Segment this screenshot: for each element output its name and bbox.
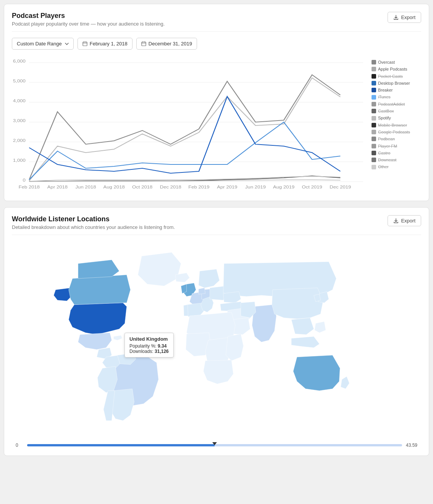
legend-item[interactable]: CastBox — [372, 108, 421, 114]
country-mexico[interactable] — [78, 333, 111, 349]
legend-color-box — [372, 144, 376, 148]
svg-text:Jun 2019: Jun 2019 — [245, 185, 266, 190]
country-south-africa[interactable] — [204, 360, 233, 384]
legend-item[interactable]: Pocket Casts — [372, 74, 421, 79]
legend-item[interactable]: Overcast — [372, 60, 421, 65]
slider-min-label: 0 — [16, 443, 23, 448]
legend-label: Breaker — [378, 87, 393, 93]
legend-item[interactable]: Castro — [372, 150, 421, 156]
podcast-players-subtitle: Podcast player popularity over time — ho… — [12, 21, 165, 27]
tooltip-popularity: Popularity %: 9.34 — [129, 343, 169, 349]
date-range-label: Custom Date Range — [17, 41, 62, 47]
legend-item[interactable]: PodcastAddict — [372, 101, 421, 107]
legend-item[interactable]: Google Podcasts — [372, 129, 421, 135]
svg-text:5,000: 5,000 — [13, 79, 26, 84]
legend-color-box — [372, 95, 376, 100]
country-usa[interactable] — [69, 303, 127, 335]
legend-item[interactable]: iTunes — [372, 94, 421, 100]
svg-text:6,000: 6,000 — [13, 59, 26, 64]
country-canada-islands[interactable] — [78, 260, 119, 279]
legend-label: PodcastAddict — [378, 101, 405, 107]
legend-item[interactable]: Downcast — [372, 157, 421, 163]
svg-rect-1 — [142, 42, 146, 46]
export-icon — [393, 15, 399, 20]
tooltip-popularity-value: 9.34 — [158, 343, 166, 349]
country-nz[interactable] — [341, 377, 349, 389]
legend-label: Apple Podcasts — [378, 66, 407, 72]
legend-item[interactable]: Apple Podcasts — [372, 66, 421, 72]
svg-text:Apr 2019: Apr 2019 — [217, 185, 238, 190]
tooltip-popularity-label: Popularity %: — [129, 343, 157, 349]
slider-thumb[interactable] — [212, 442, 217, 445]
country-caribbean[interactable] — [114, 335, 123, 340]
svg-text:Oct 2019: Oct 2019 — [302, 185, 323, 190]
slider-track[interactable] — [27, 444, 402, 446]
legend-item[interactable]: Spotify — [372, 115, 421, 121]
line-chart: 0 1,000 2,000 3,000 4,000 5,000 6,000 Fe… — [12, 56, 368, 193]
legend-label: Google Podcasts — [378, 129, 410, 135]
listener-locations-title: Worldwide Listener Locations — [12, 215, 175, 223]
listener-locations-subtitle: Detailed breakdown about which countries… — [12, 224, 175, 230]
legend-color-box — [372, 67, 376, 71]
country-chile[interactable] — [103, 391, 115, 420]
legend-item[interactable]: Podbean — [372, 136, 421, 142]
country-canada[interactable] — [69, 275, 131, 304]
world-map: .country { fill: #c5daf5; stroke: #fff; … — [12, 241, 421, 440]
date-end-button[interactable]: December 31, 2019 — [136, 38, 197, 50]
country-sea[interactable] — [291, 318, 314, 335]
legend-color-box — [372, 60, 376, 64]
legend-item[interactable]: Breaker — [372, 87, 421, 93]
svg-text:1,000: 1,000 — [13, 158, 26, 163]
country-benelux[interactable] — [199, 288, 205, 295]
country-china[interactable] — [272, 288, 323, 319]
legend-item[interactable]: Other — [372, 164, 421, 169]
chart-area: 0 1,000 2,000 3,000 4,000 5,000 6,000 Fe… — [12, 56, 421, 193]
legend-label: Pocket Casts — [378, 74, 403, 79]
date-start-button[interactable]: February 1, 2018 — [78, 38, 132, 50]
calendar-icon-end — [141, 41, 146, 46]
svg-text:Oct 2018: Oct 2018 — [132, 185, 153, 190]
podcast-players-export-button[interactable]: Export — [388, 12, 421, 23]
legend-color-box — [372, 130, 376, 134]
chevron-down-icon — [65, 43, 69, 45]
country-portugal[interactable] — [184, 305, 188, 316]
tooltip-downloads-value: 31,126 — [155, 349, 169, 354]
date-start-value: February 1, 2018 — [90, 41, 128, 47]
legend-item[interactable]: Desktop Browser — [372, 81, 421, 86]
export-icon-2 — [393, 218, 399, 224]
svg-text:Dec 2018: Dec 2018 — [160, 185, 182, 190]
legend-color-box — [372, 109, 376, 113]
country-tooltip: United Kingdom Popularity %: 9.34 Downlo… — [124, 333, 174, 357]
country-greenland[interactable] — [138, 252, 181, 286]
legend-label: Desktop Browser — [378, 81, 410, 86]
date-range-dropdown[interactable]: Custom Date Range — [12, 38, 74, 50]
tooltip-downloads: Downloads: 31,126 — [129, 349, 169, 354]
legend-color-box — [372, 88, 376, 92]
country-east-africa[interactable] — [226, 334, 244, 361]
legend-color-box — [372, 102, 376, 106]
listener-locations-export-button[interactable]: Export — [388, 215, 421, 226]
legend-label: Podbean — [378, 136, 395, 142]
country-india[interactable] — [252, 305, 276, 342]
legend-item[interactable]: Player FM — [372, 143, 421, 149]
svg-text:0: 0 — [23, 178, 26, 183]
legend-color-box — [372, 123, 376, 127]
slider-max-label: 43.59 — [406, 443, 417, 448]
country-australia[interactable] — [293, 355, 340, 391]
country-ukraine[interactable] — [223, 291, 241, 303]
legend-color-box — [372, 116, 376, 121]
svg-text:2,000: 2,000 — [13, 138, 26, 143]
legend-item[interactable]: Mobile Browser — [372, 122, 421, 128]
country-scandinavia[interactable] — [199, 269, 220, 288]
listener-locations-header: Worldwide Listener Locations Detailed br… — [12, 215, 421, 235]
date-controls: Custom Date Range February 1, 2018 Decem… — [12, 38, 421, 50]
svg-text:Feb 2019: Feb 2019 — [188, 185, 210, 190]
country-philippines[interactable] — [315, 322, 326, 333]
country-indonesia[interactable] — [291, 337, 320, 348]
svg-text:Dec 2019: Dec 2019 — [330, 185, 351, 190]
svg-text:3,000: 3,000 — [13, 118, 26, 123]
legend-color-box — [372, 74, 376, 79]
legend-label: Spotify — [378, 115, 391, 121]
legend-color-box — [372, 151, 376, 155]
country-peru[interactable] — [97, 366, 117, 393]
